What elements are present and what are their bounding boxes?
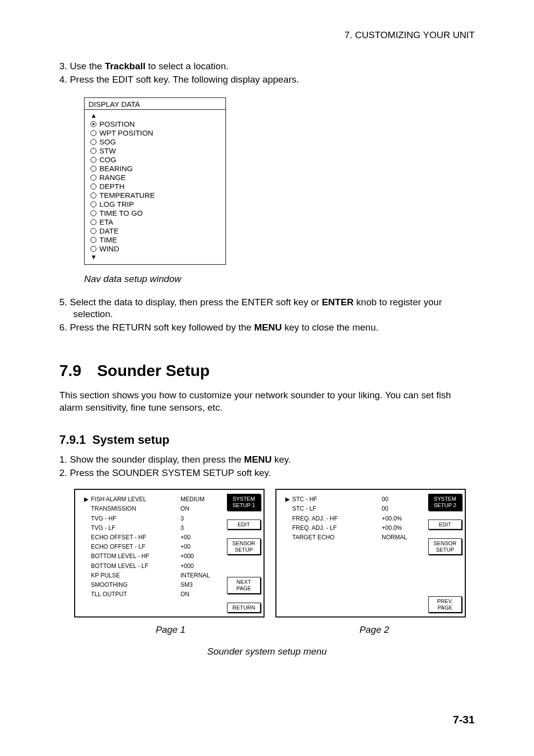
menu-item[interactable]: ECHO OFFSET - LF+00 (84, 542, 220, 552)
step-3-post: to select a location. (145, 61, 228, 71)
selection-arrow-icon (84, 523, 91, 533)
display-data-option-label: POSITION (99, 120, 135, 129)
selection-arrow-icon (84, 504, 91, 514)
selection-arrow-icon (285, 533, 292, 542)
menu-item-label: SMOOTHING (91, 580, 180, 590)
menu-item[interactable]: KP PULSEINTERNAL (84, 571, 220, 580)
menu-item-label: ECHO OFFSET - LF (91, 542, 180, 552)
menu-item-label: TVG - LF (91, 523, 180, 533)
menu-item[interactable]: TRANSMISSIONON (84, 504, 220, 514)
menu-item-value: +00.0% (382, 514, 421, 523)
step-3-pre: Use the (70, 61, 105, 71)
menu-item-value: +00 (180, 533, 220, 542)
menu-item[interactable]: TLL OUTPUTON (84, 590, 220, 599)
scroll-up-arrow[interactable]: ▲ (90, 112, 222, 120)
edit-button-menu2[interactable]: EDIT (428, 520, 462, 530)
menu-item-value: +000 (180, 562, 220, 571)
radio-icon (90, 175, 96, 181)
display-data-option[interactable]: BEARING (90, 164, 222, 173)
display-data-option[interactable]: TIME TO GO (90, 209, 222, 218)
step-5-bold: ENTER (322, 297, 354, 307)
page-1-caption: Page 1 (74, 624, 267, 635)
step-3-bold: Trackball (105, 61, 145, 71)
menu-item[interactable]: FREQ. ADJ. - LF+00.0% (285, 523, 421, 533)
step-6-post: key to close the menu. (282, 322, 378, 332)
display-data-option[interactable]: WPT POSITION (90, 129, 222, 138)
step-791-2: Press the SOUNDER SYSTEM SETUP soft key. (73, 467, 475, 479)
selection-arrow-icon (84, 552, 91, 561)
menu-item-value: 00 (382, 495, 421, 504)
display-data-option[interactable]: LOG TRIP (90, 200, 222, 209)
display-data-option[interactable]: STW (90, 146, 222, 155)
sensor-setup-button-menu2[interactable]: SENSOR SETUP (428, 538, 462, 555)
menu-item-value: ON (180, 504, 220, 514)
menu-item[interactable]: ▶FISH ALARM LEVELMEDIUM (84, 495, 220, 504)
display-data-option[interactable]: TIME (90, 236, 222, 244)
display-data-option-label: DEPTH (99, 182, 125, 191)
menu-item[interactable]: FREQ. ADJ. - HF+00.0% (285, 514, 421, 523)
menu-item-label: TVG - HF (91, 514, 180, 523)
step-list-56: Select the data to display, then press t… (59, 296, 475, 334)
menu-item[interactable]: TVG - LF3 (84, 523, 220, 533)
sounder-menu-page-1: ▶FISH ALARM LEVELMEDIUMTRANSMISSIONONTVG… (74, 489, 265, 617)
display-data-option-label: STW (99, 146, 116, 155)
section-7-9-1-heading: 7.9.1 System setup (59, 433, 475, 447)
menu-item[interactable]: TVG - HF3 (84, 514, 220, 523)
display-data-option[interactable]: POSITION (90, 120, 222, 129)
selection-arrow-icon (84, 542, 91, 552)
step-3: Use the Trackball to select a location. (73, 60, 475, 73)
menu-item-value: 00 (382, 504, 421, 514)
display-data-option-label: TIME TO GO (99, 209, 143, 218)
step-791-1-post: key. (272, 454, 291, 465)
display-data-option-label: BEARING (99, 164, 133, 173)
radio-icon (90, 157, 96, 163)
display-data-option[interactable]: TEMPERATURE (90, 191, 222, 200)
step-791-1-bold: MENU (244, 454, 272, 465)
step-6-pre: Press the RETURN soft key followed by th… (70, 322, 254, 332)
display-data-option[interactable]: COG (90, 155, 222, 164)
menu-item[interactable]: BOTTOM LEVEL - LF+000 (84, 562, 220, 571)
display-data-option-label: ETA (99, 218, 113, 227)
menu-item[interactable]: BOTTOM LEVEL - HF+000 (84, 552, 220, 561)
menu-item-label: ECHO OFFSET - HF (91, 533, 180, 542)
display-data-option[interactable]: DEPTH (90, 182, 222, 191)
scroll-down-arrow[interactable]: ▼ (90, 253, 222, 261)
menu-item-value: SM3 (180, 580, 220, 590)
selection-arrow-icon (84, 571, 91, 580)
menu-item-value: MEDIUM (180, 495, 220, 504)
display-data-option[interactable]: ETA (90, 218, 222, 227)
system-setup-1-button[interactable]: SYSTEM SETUP 1 (227, 494, 261, 510)
radio-icon (90, 184, 96, 189)
menu-item[interactable]: ECHO OFFSET - HF+00 (84, 533, 220, 542)
step-6: Press the RETURN soft key followed by th… (73, 322, 475, 334)
radio-icon (90, 130, 96, 136)
system-setup-2-button[interactable]: SYSTEM SETUP 2 (428, 494, 462, 510)
menu-item[interactable]: STC - LF00 (285, 504, 421, 514)
display-data-option[interactable]: WIND (90, 244, 222, 253)
display-data-option[interactable]: SOG (90, 138, 222, 146)
sensor-setup-button-menu1[interactable]: SENSOR SETUP (227, 538, 261, 555)
step-791-1-pre: Show the sounder display, then press the (70, 454, 244, 465)
display-data-option[interactable]: DATE (90, 227, 222, 236)
next-page-button[interactable]: NEXT PAGE (227, 577, 261, 593)
sounder-menu-page-2: ▶STC - HF00STC - LF00FREQ. ADJ. - HF+00.… (275, 489, 466, 617)
page-number: 7-31 (453, 713, 475, 726)
step-5-pre: Select the data to display, then press t… (70, 297, 322, 307)
menu-item[interactable]: TARGET ECHONORMAL (285, 533, 421, 542)
display-data-option-label: WIND (99, 244, 119, 253)
display-data-option-label: TIME (99, 236, 117, 244)
step-6-bold: MENU (254, 322, 282, 332)
menu-item-value: INTERNAL (180, 571, 220, 580)
display-data-dialog: DISPLAY DATA ▲ POSITIONWPT POSITIONSOGST… (84, 97, 226, 264)
radio-icon (90, 246, 96, 252)
menu-item[interactable]: ▶STC - HF00 (285, 495, 421, 504)
prev-page-button[interactable]: PREV. PAGE (428, 596, 462, 613)
display-data-option[interactable]: RANGE (90, 173, 222, 182)
display-data-title: DISPLAY DATA (85, 98, 225, 110)
display-data-option-label: SOG (99, 138, 116, 146)
return-button[interactable]: RETURN (227, 603, 261, 613)
sounder-menu-caption: Sounder system setup menu (59, 646, 475, 657)
edit-button-menu1[interactable]: EDIT (227, 520, 261, 530)
selection-arrow-icon: ▶ (84, 495, 91, 504)
menu-item[interactable]: SMOOTHINGSM3 (84, 580, 220, 590)
